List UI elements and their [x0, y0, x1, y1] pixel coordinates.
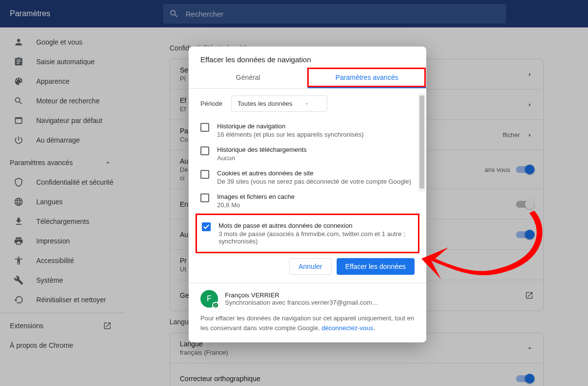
checkbox-row-passwords: Mots de passe et autres données de conne… — [202, 218, 413, 249]
sync-badge-icon — [212, 302, 219, 309]
cancel-button[interactable]: Annuler — [289, 258, 331, 275]
checkbox-sub: 20,8 Mo — [217, 201, 294, 209]
modal-actions: Annuler Effacer les données — [189, 250, 426, 283]
modal-tabs: Général Paramètres avancés — [189, 68, 426, 89]
tab-advanced[interactable]: Paramètres avancés — [308, 68, 427, 88]
checkbox-sub: 16 éléments (et plus sur les appareils s… — [217, 131, 364, 138]
period-value: Toutes les données — [238, 100, 293, 107]
checkbox-title: Historique de navigation — [217, 122, 364, 130]
footer-text: Pour effacer les données de navigation s… — [200, 314, 414, 332]
avatar: F — [200, 290, 218, 308]
period-label: Période — [200, 100, 222, 107]
checkbox-sub: De 39 sites (vous ne serez pas déconnect… — [217, 178, 411, 185]
checkbox-row-downloads: Historique des téléchargementsAucun — [200, 142, 415, 166]
checkbox[interactable] — [200, 193, 209, 202]
user-sync-text: Synchronisation avec francois.verrier37@… — [225, 299, 378, 306]
checkbox[interactable] — [200, 146, 209, 155]
checkbox-title: Images et fichiers en cache — [217, 193, 294, 200]
clear-data-button[interactable]: Effacer les données — [337, 258, 415, 275]
user-row: F François VERRIER Synchronisation avec … — [200, 290, 415, 308]
footer-note: Pour effacer les données de navigation s… — [200, 314, 415, 333]
footer-period: . — [373, 324, 375, 332]
checkbox[interactable] — [200, 123, 209, 132]
checkbox-sub: Aucun — [217, 154, 307, 162]
chevron-down-icon — [304, 101, 309, 106]
user-name: François VERRIER — [225, 291, 378, 299]
tab-general[interactable]: Général — [189, 68, 308, 88]
checkbox-row-history: Historique de navigation16 éléments (et … — [200, 119, 415, 142]
modal-body: Période Toutes les données Historique de… — [189, 89, 426, 250]
checkbox[interactable] — [202, 222, 211, 231]
modal-footer: F François VERRIER Synchronisation avec … — [189, 283, 426, 342]
clear-browsing-data-modal: Effacer les données de navigation Généra… — [189, 47, 426, 342]
period-row: Période Toutes les données — [200, 96, 415, 112]
checkbox-title: Historique des téléchargements — [217, 146, 307, 153]
checkbox-title: Cookies et autres données de site — [217, 169, 411, 177]
modal-title: Effacer les données de navigation — [189, 47, 426, 68]
checkbox[interactable] — [200, 170, 209, 179]
checkbox-title: Mots de passe et autres données de conne… — [219, 222, 413, 229]
avatar-initial: F — [207, 294, 212, 303]
checkbox-row-cache: Images et fichiers en cache20,8 Mo — [200, 189, 415, 213]
checkbox-row-cookies: Cookies et autres données de siteDe 39 s… — [200, 166, 415, 189]
annotation-highlight-passwords: Mots de passe et autres données de conne… — [196, 214, 419, 253]
signout-link[interactable]: déconnectez-vous — [321, 324, 373, 332]
period-select[interactable]: Toutes les données — [231, 96, 327, 112]
checkbox-sub: 3 mots de passe (associés à fmmvibe.com,… — [219, 230, 413, 245]
scrollbar[interactable] — [418, 94, 425, 192]
